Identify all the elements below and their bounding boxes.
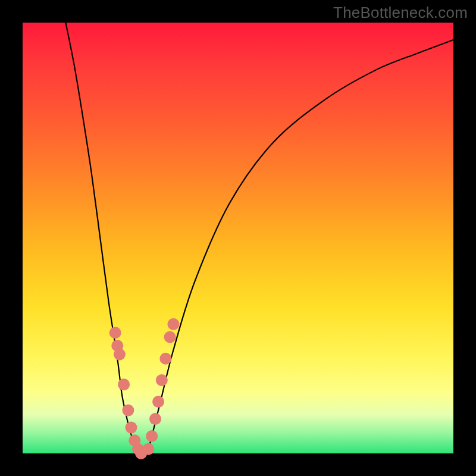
data-dot: [164, 331, 176, 343]
data-dot: [167, 318, 179, 330]
chart-frame: TheBottleneck.com: [0, 0, 476, 476]
dot-markers-left: [109, 327, 147, 459]
data-dot: [152, 396, 164, 408]
plot-area: [23, 23, 453, 453]
dot-markers-right: [142, 318, 179, 455]
data-dot: [159, 353, 171, 365]
watermark-text: TheBottleneck.com: [333, 4, 468, 22]
data-dot: [114, 348, 126, 360]
data-dot: [142, 443, 154, 455]
data-dot: [122, 405, 134, 416]
data-dot: [146, 430, 158, 442]
curve-layer: [23, 23, 453, 453]
data-dot: [125, 422, 137, 434]
right-branch-curve: [148, 40, 453, 453]
data-dot: [149, 413, 161, 425]
data-dot: [156, 374, 168, 386]
data-dot: [109, 327, 121, 339]
data-dot: [118, 378, 130, 390]
